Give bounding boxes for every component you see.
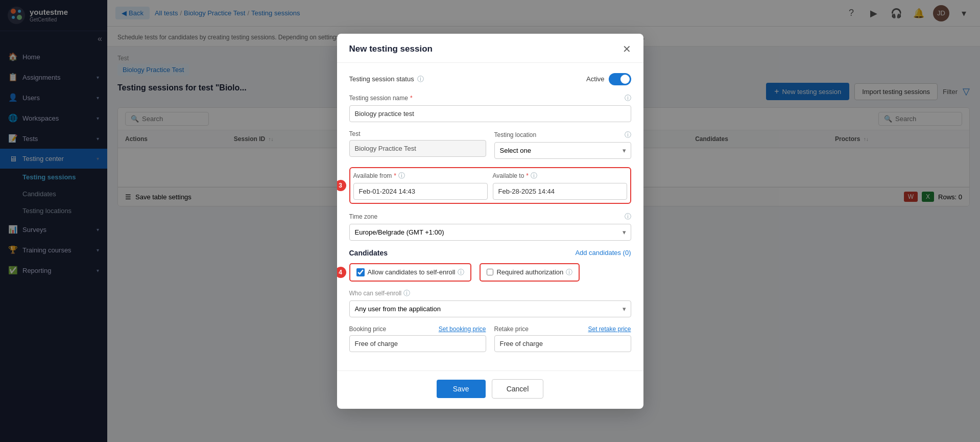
available-to-input[interactable] bbox=[493, 183, 627, 200]
status-row: Testing session status ⓘ Active bbox=[349, 73, 631, 85]
retake-price-label: Retake price bbox=[494, 325, 529, 333]
add-candidates-link[interactable]: Add candidates (0) bbox=[575, 249, 631, 257]
modal-footer: Save Cancel bbox=[337, 370, 643, 409]
modal-body: Testing session status ⓘ Active Testing … bbox=[337, 63, 643, 370]
booking-price-input[interactable] bbox=[349, 335, 486, 352]
required-auth-label: Required authorization ⓘ bbox=[496, 268, 572, 277]
retake-price-header: Retake price Set retake price bbox=[494, 325, 631, 333]
price-row: Booking price Set booking price Retake p… bbox=[349, 325, 631, 352]
candidates-title: Candidates bbox=[349, 249, 388, 257]
timezone-group: Time zone ⓘ Europe/Belgrade (GMT +1:00) bbox=[349, 212, 631, 241]
available-from-info[interactable]: ⓘ bbox=[398, 171, 405, 180]
test-group: Test bbox=[349, 130, 486, 159]
new-testing-session-modal: New testing session ✕ Testing session st… bbox=[337, 34, 643, 409]
modal-title: New testing session bbox=[349, 44, 433, 54]
available-from-group: Available from * ⓘ bbox=[353, 171, 488, 200]
step4-badge: 4 bbox=[337, 267, 346, 278]
booking-price-header: Booking price Set booking price bbox=[349, 325, 486, 333]
set-booking-price-link[interactable]: Set booking price bbox=[439, 325, 486, 333]
testing-location-select[interactable]: Select one bbox=[494, 142, 631, 159]
retake-price-input[interactable] bbox=[494, 335, 631, 352]
timezone-label: Time zone bbox=[349, 213, 378, 220]
session-name-label: Testing session name * bbox=[349, 95, 413, 102]
test-input[interactable] bbox=[349, 140, 486, 157]
available-to-group: Available to * ⓘ bbox=[493, 171, 627, 200]
testing-location-group: Testing location ⓘ Select one bbox=[494, 130, 631, 159]
available-to-info[interactable]: ⓘ bbox=[531, 171, 537, 180]
required-auth-info-icon[interactable]: ⓘ bbox=[566, 268, 572, 277]
self-enroll-info-icon[interactable]: ⓘ bbox=[458, 268, 464, 277]
retake-price-group: Retake price Set retake price bbox=[494, 325, 631, 352]
who-enroll-select-wrapper: Any user from the application bbox=[349, 300, 631, 317]
status-label: Testing session status ⓘ bbox=[349, 75, 424, 84]
available-from-label: Available from * ⓘ bbox=[353, 171, 488, 180]
active-text: Active bbox=[586, 75, 604, 83]
allow-self-enroll-checkbox[interactable] bbox=[356, 268, 365, 276]
cancel-button[interactable]: Cancel bbox=[492, 379, 544, 399]
session-name-info-icon[interactable]: ⓘ bbox=[625, 94, 631, 103]
booking-price-label: Booking price bbox=[349, 325, 387, 333]
modal-header: New testing session ✕ bbox=[337, 34, 643, 63]
date-range-container: 3 Available from * ⓘ Available to bbox=[349, 167, 631, 204]
test-label-field: Test bbox=[349, 130, 486, 137]
required-auth-checkbox[interactable] bbox=[487, 269, 493, 275]
checkboxes-container: 4 Allow candidates to self-enroll ⓘ Requ… bbox=[349, 263, 631, 282]
session-name-group: Testing session name * ⓘ bbox=[349, 94, 631, 122]
date-range-box: Available from * ⓘ Available to * ⓘ bbox=[349, 167, 631, 204]
testing-location-label: Testing location bbox=[494, 131, 537, 138]
session-name-input[interactable] bbox=[349, 105, 631, 122]
status-info-icon[interactable]: ⓘ bbox=[417, 75, 424, 84]
step3-badge: 3 bbox=[337, 180, 346, 191]
test-location-row: Test Testing location ⓘ Select one bbox=[349, 130, 631, 159]
who-enroll-info-icon[interactable]: ⓘ bbox=[403, 289, 410, 298]
candidates-header: Candidates Add candidates (0) bbox=[349, 249, 631, 257]
who-enroll-label: Who can self-enroll ⓘ bbox=[349, 289, 631, 298]
checkbox-row: Allow candidates to self-enroll ⓘ Requir… bbox=[349, 263, 631, 282]
status-toggle[interactable] bbox=[609, 73, 631, 85]
timezone-select-wrapper: Europe/Belgrade (GMT +1:00) bbox=[349, 224, 631, 241]
available-from-input[interactable] bbox=[353, 183, 488, 200]
save-button[interactable]: Save bbox=[437, 380, 486, 398]
who-enroll-group: Who can self-enroll ⓘ Any user from the … bbox=[349, 289, 631, 317]
status-active: Active bbox=[586, 73, 631, 85]
required-auth-item: Required authorization ⓘ bbox=[480, 263, 580, 282]
who-enroll-select[interactable]: Any user from the application bbox=[349, 300, 631, 317]
allow-self-enroll-label: Allow candidates to self-enroll ⓘ bbox=[368, 268, 465, 277]
allow-self-enroll-item: Allow candidates to self-enroll ⓘ bbox=[349, 263, 472, 282]
modal-close-button[interactable]: ✕ bbox=[623, 43, 631, 55]
available-to-label: Available to * ⓘ bbox=[493, 171, 627, 180]
set-retake-price-link[interactable]: Set retake price bbox=[588, 325, 631, 333]
testing-location-select-wrapper: Select one bbox=[494, 142, 631, 159]
timezone-info-icon[interactable]: ⓘ bbox=[625, 212, 631, 221]
booking-price-group: Booking price Set booking price bbox=[349, 325, 486, 352]
timezone-select[interactable]: Europe/Belgrade (GMT +1:00) bbox=[349, 224, 631, 241]
location-info-icon[interactable]: ⓘ bbox=[625, 130, 631, 139]
modal-overlay: New testing session ✕ Testing session st… bbox=[0, 0, 980, 442]
